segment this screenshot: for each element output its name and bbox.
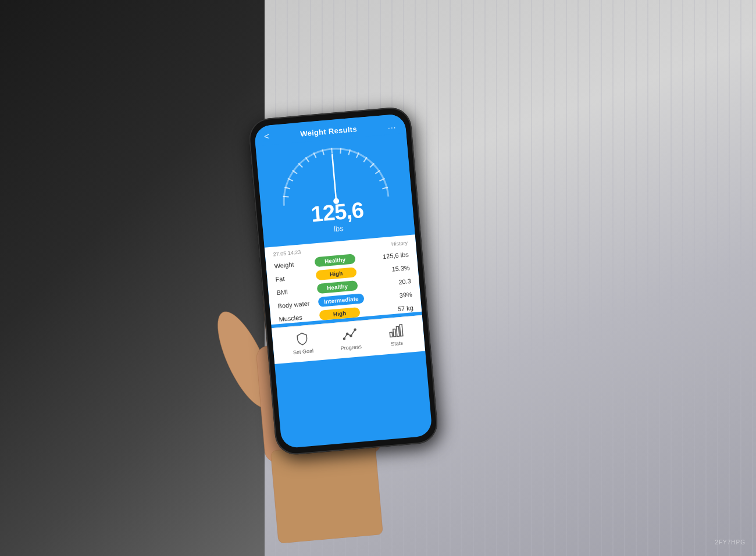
- scene: < Weight Results ...: [0, 0, 756, 556]
- bar-chart-icon: [387, 322, 404, 340]
- gauge-section: 125,6 lbs: [255, 133, 415, 248]
- progress-label: Progress: [340, 344, 362, 351]
- more-button[interactable]: ...: [387, 120, 397, 130]
- weight-display: 125,6 lbs: [310, 199, 365, 236]
- muscles-label: Muscles: [279, 312, 315, 322]
- muscles-badge: High: [319, 307, 360, 320]
- nav-item-progress[interactable]: Progress: [339, 326, 362, 351]
- svg-rect-36: [400, 325, 403, 336]
- svg-rect-33: [390, 332, 393, 337]
- bodywater-badge: Intermediate: [318, 293, 365, 307]
- back-button[interactable]: <: [263, 131, 270, 142]
- data-card: 27.05 14:23 History Weight Healthy 125,6…: [265, 234, 422, 325]
- bmi-metric-value: 20.3: [398, 277, 411, 286]
- shield-icon: [293, 330, 311, 348]
- app-title: Weight Results: [300, 124, 358, 138]
- svg-point-31: [350, 335, 351, 337]
- progress-icon: [341, 326, 359, 343]
- measurement-date: 27.05 14:23: [273, 249, 301, 257]
- svg-rect-34: [393, 329, 395, 337]
- svg-point-30: [346, 333, 348, 334]
- weight-badge: Healthy: [314, 254, 355, 267]
- bmi-badge: Healthy: [316, 280, 358, 294]
- weight-metric-value: 125,6 lbs: [383, 251, 409, 260]
- phone-device: < Weight Results ...: [247, 106, 438, 456]
- history-link[interactable]: History: [391, 240, 408, 247]
- svg-line-27: [332, 155, 336, 201]
- stats-label: Stats: [391, 340, 403, 347]
- svg-rect-35: [396, 326, 399, 336]
- fat-badge: High: [315, 267, 356, 280]
- weight-value: 125,6: [310, 199, 364, 226]
- phone-screen: < Weight Results ...: [254, 113, 432, 449]
- svg-point-32: [354, 329, 355, 330]
- weight-label: Weight: [274, 259, 311, 269]
- fat-label: Fat: [275, 273, 312, 283]
- hand-phone-wrapper: < Weight Results ...: [203, 56, 486, 529]
- fat-metric-value: 15.3%: [391, 264, 410, 273]
- svg-rect-6: [270, 442, 383, 544]
- nav-item-stats[interactable]: Stats: [387, 322, 405, 347]
- muscles-metric-value: 57 kg: [397, 304, 413, 312]
- bmi-label: BMI: [276, 286, 313, 295]
- nav-item-setgoal[interactable]: Set Goal: [291, 330, 313, 355]
- setgoal-label: Set Goal: [293, 348, 314, 355]
- bodywater-label: Body water: [277, 299, 314, 309]
- watermark: 2FY7HPG: [715, 539, 746, 546]
- bodywater-metric-value: 39%: [399, 291, 412, 299]
- svg-point-29: [343, 338, 345, 340]
